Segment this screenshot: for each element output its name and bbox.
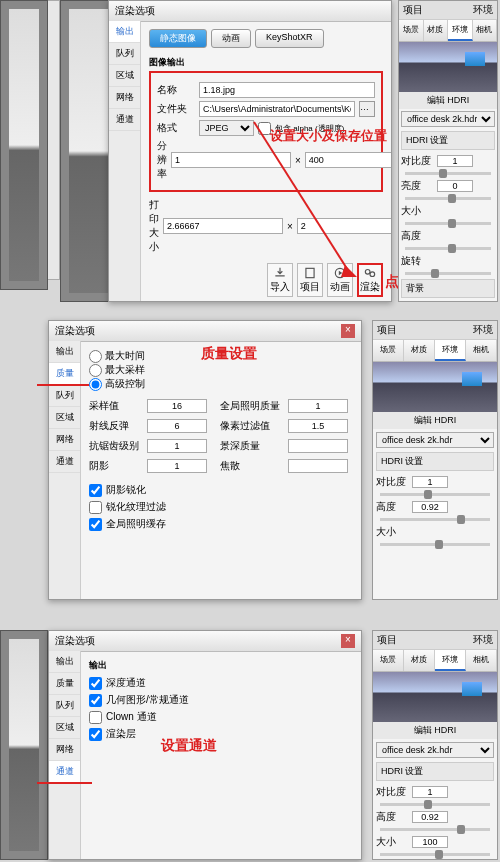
pixel-filter-input[interactable] <box>288 419 348 433</box>
dialog-title: 渲染选项 <box>55 634 95 648</box>
close-button[interactable]: × <box>341 634 355 648</box>
contrast-value[interactable] <box>437 155 473 167</box>
format-select[interactable]: JPEG <box>199 120 254 136</box>
side-tab-quality[interactable]: 质量 <box>49 673 80 695</box>
hdri-file-select[interactable]: office desk 2k.hdr <box>376 742 494 758</box>
import-button[interactable]: 导入 <box>267 263 293 297</box>
dialog-title: 渲染选项 <box>55 324 95 338</box>
animation-button[interactable]: 动画 <box>327 263 353 297</box>
env-tab-scene[interactable]: 场景 <box>399 20 424 41</box>
side-tab-network[interactable]: 网络 <box>49 429 80 451</box>
res-w[interactable] <box>171 152 291 168</box>
q-advanced[interactable] <box>89 378 102 391</box>
q-max-time[interactable] <box>89 350 102 363</box>
gi-cache-check[interactable] <box>89 518 102 531</box>
render-options-dialog-3: 渲染选项 × 输出 质量 队列 区域 网络 通道 输出 深度通道 几何图形/常规… <box>48 630 362 860</box>
env-tab-material[interactable]: 材质 <box>404 650 435 671</box>
res-h[interactable] <box>305 152 391 168</box>
edit-hdri-button[interactable]: 编辑 HDRI <box>399 92 497 109</box>
shadow-sharpen-check[interactable] <box>89 484 102 497</box>
height-slider[interactable] <box>380 828 490 831</box>
side-tab-region[interactable]: 区域 <box>49 407 80 429</box>
project-button[interactable]: 项目 <box>297 263 323 297</box>
print-h[interactable] <box>297 218 391 234</box>
ray-bounces-input[interactable] <box>147 419 207 433</box>
render-layer-check[interactable] <box>89 728 102 741</box>
aa-level-input[interactable] <box>147 439 207 453</box>
side-tab-quality[interactable]: 质量 <box>49 363 80 385</box>
q-max-samples[interactable] <box>89 364 102 377</box>
clown-pass-check[interactable] <box>89 711 102 724</box>
size-slider[interactable] <box>380 543 490 546</box>
side-tab-queue[interactable]: 队列 <box>49 695 80 717</box>
height-value[interactable] <box>412 811 448 823</box>
mode-keyshotxr[interactable]: KeyShotXR <box>255 29 324 48</box>
hdri-file-select[interactable]: office desk 2k.hdr <box>401 111 495 127</box>
depth-pass-check[interactable] <box>89 677 102 690</box>
edit-hdri-button[interactable]: 编辑 HDRI <box>373 412 497 429</box>
contrast-value[interactable] <box>412 476 448 488</box>
mode-animation[interactable]: 动画 <box>211 29 251 48</box>
svg-rect-0 <box>306 268 314 277</box>
rotation-slider[interactable] <box>405 272 491 275</box>
contrast-value[interactable] <box>412 786 448 798</box>
side-tab-output[interactable]: 输出 <box>49 341 80 363</box>
side-tab-pass[interactable]: 通道 <box>49 761 80 783</box>
side-tab-queue[interactable]: 队列 <box>109 43 140 65</box>
contrast-slider[interactable] <box>380 493 490 496</box>
brightness-value[interactable] <box>437 180 473 192</box>
env-tab-environment[interactable]: 环境 <box>435 340 466 361</box>
side-tab-pass[interactable]: 通道 <box>109 109 140 131</box>
sharpen-texture-check[interactable] <box>89 501 102 514</box>
caustics-input[interactable] <box>288 459 348 473</box>
svg-point-3 <box>370 272 375 277</box>
side-tab-network[interactable]: 网络 <box>49 739 80 761</box>
shadow-input[interactable] <box>147 459 207 473</box>
svg-point-2 <box>365 270 370 275</box>
hdri-file-select[interactable]: office desk 2k.hdr <box>376 432 494 448</box>
side-tab-region[interactable]: 区域 <box>109 65 140 87</box>
env-tab-camera[interactable]: 相机 <box>473 20 498 41</box>
size-value[interactable] <box>412 836 448 848</box>
side-tab-network[interactable]: 网络 <box>109 87 140 109</box>
edit-hdri-button[interactable]: 编辑 HDRI <box>373 722 497 739</box>
height-slider[interactable] <box>380 518 490 521</box>
name-input[interactable] <box>199 82 375 98</box>
normal-pass-check[interactable] <box>89 694 102 707</box>
env-tab-material[interactable]: 材质 <box>424 20 449 41</box>
size-slider[interactable] <box>380 853 490 856</box>
samples-input[interactable] <box>147 399 207 413</box>
env-tab-camera[interactable]: 相机 <box>466 340 497 361</box>
side-tab-output[interactable]: 输出 <box>49 651 80 673</box>
size-slider[interactable] <box>405 222 491 225</box>
height-slider[interactable] <box>405 247 491 250</box>
dof-quality-input[interactable] <box>288 439 348 453</box>
side-tab-queue[interactable]: 队列 <box>49 385 80 407</box>
browse-button[interactable]: … <box>359 101 375 117</box>
hdri-preview[interactable] <box>373 362 497 412</box>
contrast-slider[interactable] <box>405 172 491 175</box>
render-options-dialog-1: 渲染选项 输出 队列 区域 网络 通道 静态图像 动画 KeyShotXR 图像… <box>108 0 392 302</box>
side-tab-pass[interactable]: 通道 <box>49 451 80 473</box>
annotation-channels: 设置通道 <box>161 737 217 755</box>
render-button[interactable]: 渲染 <box>357 263 383 297</box>
folder-input[interactable] <box>199 101 355 117</box>
env-tab-scene[interactable]: 场景 <box>373 650 404 671</box>
print-w[interactable] <box>163 218 283 234</box>
env-tab-camera[interactable]: 相机 <box>466 650 497 671</box>
env-tab-scene[interactable]: 场景 <box>373 340 404 361</box>
hdri-preview[interactable] <box>373 672 497 722</box>
brightness-slider[interactable] <box>405 197 491 200</box>
contrast-slider[interactable] <box>380 803 490 806</box>
height-value[interactable] <box>412 501 448 513</box>
env-tab-environment[interactable]: 环境 <box>435 650 466 671</box>
env-tab-material[interactable]: 材质 <box>404 340 435 361</box>
environment-panel-1: 项目环境 场景 材质 环境 相机 编辑 HDRI office desk 2k.… <box>398 0 498 302</box>
close-button[interactable]: × <box>341 324 355 338</box>
side-tab-region[interactable]: 区域 <box>49 717 80 739</box>
side-tab-output[interactable]: 输出 <box>109 21 140 43</box>
gi-quality-input[interactable] <box>288 399 348 413</box>
env-tab-environment[interactable]: 环境 <box>448 20 473 41</box>
hdri-preview[interactable] <box>399 42 497 92</box>
mode-static-image[interactable]: 静态图像 <box>149 29 207 48</box>
